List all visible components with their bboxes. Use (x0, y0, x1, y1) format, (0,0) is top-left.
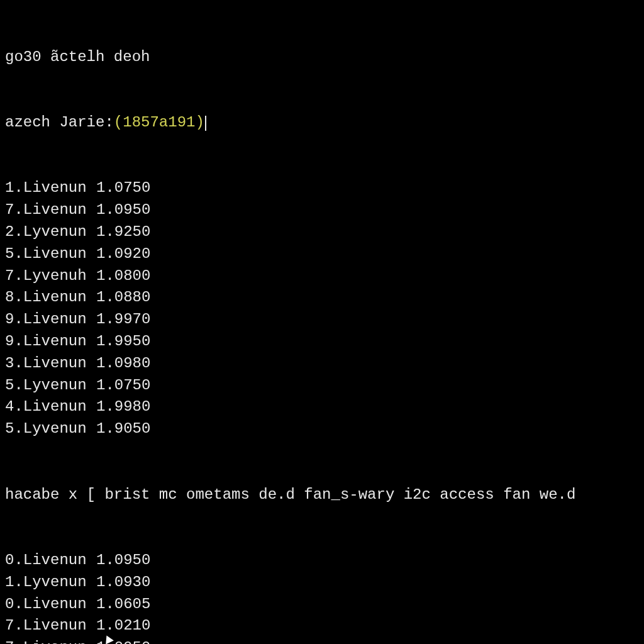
output-row: 9.Livenun1.9950 (5, 331, 639, 353)
output-row: 7.Livenun1.0950 (5, 637, 639, 644)
output-row: 5.Lyvenun1.9050 (5, 418, 639, 440)
row-label: 5.Lyvenun (5, 375, 96, 397)
row-label: 7.Lyvenuh (5, 265, 96, 287)
row-value: 1.0950 (96, 199, 150, 221)
row-label: 5.Lyvenun (5, 418, 96, 440)
terminal-output[interactable]: go30 ãctelh deoh azech Jarie:(1857a191) … (5, 3, 639, 644)
row-value: 1.0930 (96, 572, 150, 594)
output-row: 7.Lyvenuh1.0800 (5, 265, 639, 287)
output-row: 7.Livenun1.0950 (5, 199, 639, 221)
output-block-2: 0.Livenun1.09501.Lyvenun1.09300.Livenun1… (5, 550, 639, 644)
row-value: 1.9050 (96, 418, 150, 440)
output-row: 9.Livenun1.9970 (5, 309, 639, 331)
output-row: 5.Lyvenun1.0750 (5, 375, 639, 397)
row-value: 1.0800 (96, 265, 150, 287)
row-value: 1.9250 (96, 221, 150, 243)
row-label: 7.Livenun (5, 637, 96, 644)
row-label: 3.Livenun (5, 353, 96, 375)
row-value: 1.0605 (96, 594, 150, 616)
output-row: 5.Livenun1.0920 (5, 243, 639, 265)
row-value: 1.0750 (96, 177, 150, 199)
output-row: 1.Lyvenun1.0930 (5, 572, 639, 594)
output-row: 0.Livenun1.0950 (5, 550, 639, 572)
prompt-line: azech Jarie:(1857a191) (5, 112, 639, 134)
row-label: 2.Lyvenun (5, 221, 96, 243)
output-row: 8.Livenun1.0880 (5, 287, 639, 309)
output-block-1: 1.Livenun1.07507.Livenun1.09502.Lyvenun1… (5, 177, 639, 440)
row-value: 1.9980 (96, 396, 150, 418)
output-row: 0.Livenun1.0605 (5, 594, 639, 616)
header-line-1: go30 ãctelh deoh (5, 47, 639, 69)
row-value: 1.0750 (96, 375, 150, 397)
row-value: 1.0950 (96, 550, 150, 572)
row-label: 8.Livenun (5, 287, 96, 309)
row-value: 1.0210 (96, 615, 150, 637)
output-row: 1.Livenun1.0750 (5, 177, 639, 199)
output-row: 2.Lyvenun1.9250 (5, 221, 639, 243)
output-row: 4.Livenun1.9980 (5, 396, 639, 418)
row-label: 7.Livenun (5, 615, 96, 637)
row-value: 1.0880 (96, 287, 150, 309)
system-message: hacabe x [ brist mc ometams de.d fan_s-w… (5, 484, 639, 506)
row-label: 1.Livenun (5, 177, 96, 199)
row-label: 1.Lyvenun (5, 572, 96, 594)
row-label: 0.Livenun (5, 594, 96, 616)
text-cursor-icon (205, 116, 206, 131)
row-label: 7.Livenun (5, 199, 96, 221)
row-label: 0.Livenun (5, 550, 96, 572)
row-label: 4.Livenun (5, 396, 96, 418)
row-value: 1.9970 (96, 309, 150, 331)
prompt-value: (1857a191) (114, 114, 204, 131)
row-value: 1.0920 (96, 243, 150, 265)
row-value: 1.9950 (96, 331, 150, 353)
output-row: 3.Livenun1.0980 (5, 353, 639, 375)
row-label: 5.Livenun (5, 243, 96, 265)
row-label: 9.Livenun (5, 309, 96, 331)
output-row: 7.Livenun1.0210 (5, 615, 639, 637)
row-value: 1.0980 (96, 353, 150, 375)
prompt-prefix: azech Jarie: (5, 114, 114, 131)
row-label: 9.Livenun (5, 331, 96, 353)
